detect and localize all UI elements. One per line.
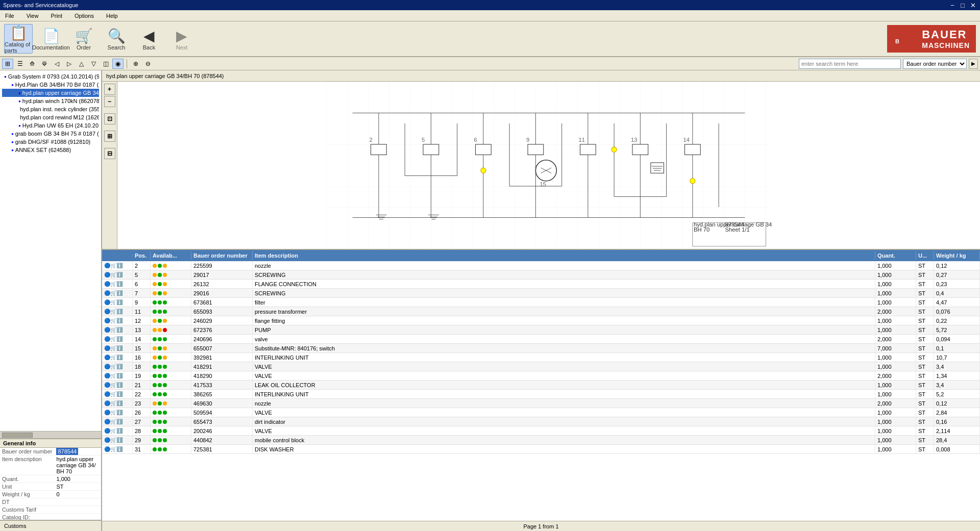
row-detail-icon[interactable]: ℹ️ (116, 355, 122, 360)
row-info-icon[interactable]: 🔵 (104, 373, 110, 378)
col-header-qty[interactable]: Quant. (875, 251, 916, 260)
table-row[interactable]: 🔵 🛒 ℹ️ 6 26132 FLANGE CONNECTION 1,000 S… (102, 280, 980, 289)
table-row[interactable]: 🔵 🛒 ℹ️ 26 509594 VALVE 1,000 ST 2,84 (102, 408, 980, 417)
horizontal-scrollbar[interactable] (0, 431, 101, 438)
tree-item-1[interactable]: ● Hyd.Plan GB 34/BH 70 B# 0187 (24.10.20… (2, 81, 99, 89)
fit-page-button[interactable]: ⊡ (104, 113, 115, 124)
table-row[interactable]: 🔵 🛒 ℹ️ 19 418290 VALVE 2,000 ST 1,34 (102, 371, 980, 381)
row-detail-icon[interactable]: ℹ️ (116, 391, 122, 397)
row-cart-icon[interactable]: 🛒 (110, 428, 116, 434)
row-info-icon[interactable]: 🔵 (104, 437, 110, 443)
table-row[interactable]: 🔵 🛒 ℹ️ 27 655473 dirt indicator 1,000 ST… (102, 417, 980, 426)
row-cart-icon[interactable]: 🛒 (110, 272, 116, 277)
table-row[interactable]: 🔵 🛒 ℹ️ 14 240696 valve 2,000 ST 0,094 (102, 335, 980, 344)
fit-width-button[interactable]: ⊞ (104, 131, 115, 142)
row-cart-icon[interactable]: 🛒 (110, 281, 116, 287)
search-input[interactable] (799, 59, 901, 69)
row-detail-icon[interactable]: ℹ️ (116, 373, 122, 378)
row-cart-icon[interactable]: 🛒 (110, 290, 116, 296)
row-info-icon[interactable]: 🔵 (104, 327, 110, 333)
toolbar-btn-6[interactable]: ▷ (63, 59, 75, 69)
row-detail-icon[interactable]: ℹ️ (116, 299, 122, 305)
row-detail-icon[interactable]: ℹ️ (116, 382, 122, 388)
toolbar-btn-8[interactable]: ▽ (88, 59, 99, 69)
col-header-pos[interactable]: Pos. (133, 251, 151, 260)
row-info-icon[interactable]: 🔵 (104, 391, 110, 397)
row-info-icon[interactable]: 🔵 (104, 419, 110, 424)
row-detail-icon[interactable]: ℹ️ (116, 327, 122, 333)
row-info-icon[interactable]: 🔵 (104, 272, 110, 277)
row-cart-icon[interactable]: 🛒 (110, 373, 116, 378)
table-row[interactable]: 🔵 🛒 ℹ️ 2 225599 nozzle 1,000 ST 0,12 (102, 261, 980, 270)
menu-options[interactable]: Options (71, 12, 97, 20)
menu-help[interactable]: Help (103, 12, 121, 20)
row-info-icon[interactable]: 🔵 (104, 410, 110, 415)
table-row[interactable]: 🔵 🛒 ℹ️ 11 655093 pressure transformer 2,… (102, 307, 980, 316)
zoom-in-button[interactable]: + (104, 84, 115, 95)
row-cart-icon[interactable]: 🛒 (110, 419, 116, 424)
row-info-icon[interactable]: 🔵 (104, 364, 110, 369)
grid-view-btn[interactable]: ⊞ (2, 59, 13, 69)
col-header-weight[interactable]: Weight / kg (934, 251, 980, 260)
row-detail-icon[interactable]: ℹ️ (116, 364, 122, 369)
col-header-bauer[interactable]: Bauer order number (191, 251, 253, 260)
table-row[interactable]: 🔵 🛒 ℹ️ 22 386265 INTERLINKING UNIT 1,000… (102, 390, 980, 399)
documentation-button[interactable]: 📄 Documentation (37, 24, 65, 54)
row-cart-icon[interactable]: 🛒 (110, 446, 116, 452)
parts-table-body[interactable]: 🔵 🛒 ℹ️ 2 225599 nozzle 1,000 ST 0,12 🔵 🛒… (102, 261, 980, 521)
table-row[interactable]: 🔵 🛒 ℹ️ 21 417533 LEAK OIL COLLECTOR 1,00… (102, 381, 980, 390)
row-detail-icon[interactable]: ℹ️ (116, 336, 122, 342)
tree-item-6[interactable]: ● Hyd.Plan UW 65 EH (24.10.2014) (69225) (2, 121, 99, 130)
minimize-btn[interactable]: − (948, 2, 957, 9)
row-cart-icon[interactable]: 🛒 (110, 299, 116, 305)
toolbar-btn-7[interactable]: △ (76, 59, 87, 69)
table-row[interactable]: 🔵 🛒 ℹ️ 13 672376 PUMP 1,000 ST 5,72 (102, 325, 980, 335)
col-header-unit[interactable]: U... (916, 251, 934, 260)
tree-item-9[interactable]: ● ANNEX SET (624588) (2, 146, 99, 154)
row-cart-icon[interactable]: 🛒 (110, 382, 116, 388)
back-button[interactable]: ◀ Back (135, 24, 163, 54)
tree-item-5[interactable]: hyd.plan cord rewind M12 (162665) (2, 113, 99, 121)
tree-item-7[interactable]: ● grab boom GB 34 BH 75 # 0187 (759481) (2, 130, 99, 138)
row-cart-icon[interactable]: 🛒 (110, 336, 116, 342)
row-cart-icon[interactable]: 🛒 (110, 355, 116, 360)
toolbar-btn-3[interactable]: ⟰ (27, 59, 38, 69)
toolbar-btn-9[interactable]: ◫ (100, 59, 111, 69)
row-info-icon[interactable]: 🔵 (104, 281, 110, 287)
table-row[interactable]: 🔵 🛒 ℹ️ 5 29017 SCREWING 1,000 ST 0,27 (102, 270, 980, 280)
toolbar-btn-5[interactable]: ◁ (51, 59, 62, 69)
order-button[interactable]: 🛒 Order (69, 24, 98, 54)
zoom-out-button[interactable]: − (104, 96, 115, 107)
row-detail-icon[interactable]: ℹ️ (116, 428, 122, 434)
menu-file[interactable]: File (2, 12, 17, 20)
toolbar-btn-11[interactable]: ⊕ (130, 59, 141, 69)
row-cart-icon[interactable]: 🛒 (110, 309, 116, 314)
row-info-icon[interactable]: 🔵 (104, 309, 110, 314)
table-row[interactable]: 🔵 🛒 ℹ️ 9 673681 filter 1,000 ST 4,47 (102, 298, 980, 307)
row-cart-icon[interactable]: 🛒 (110, 263, 116, 268)
search-button[interactable]: 🔍 Search (102, 24, 131, 54)
tree-item-0[interactable]: ● Grab System # 0793 (24.10.2014) (94232… (2, 72, 99, 81)
tree-item-2[interactable]: ● hyd.plan upper carriage GB 34/BH 70 (8 (2, 89, 99, 97)
table-row[interactable]: 🔵 🛒 ℹ️ 18 418291 VALVE 1,000 ST 3,4 (102, 362, 980, 371)
row-info-icon[interactable]: 🔵 (104, 336, 110, 342)
search-go-button[interactable]: ▶ (969, 59, 978, 69)
row-detail-icon[interactable]: ℹ️ (116, 318, 122, 323)
diagram-extra-button[interactable]: ⊟ (104, 148, 115, 159)
row-info-icon[interactable]: 🔵 (104, 355, 110, 360)
row-cart-icon[interactable]: 🛒 (110, 345, 116, 351)
maximize-btn[interactable]: □ (959, 2, 967, 9)
row-cart-icon[interactable]: 🛒 (110, 327, 116, 333)
table-row[interactable]: 🔵 🛒 ℹ️ 28 200246 VALVE 1,000 ST 2,114 (102, 426, 980, 436)
row-detail-icon[interactable]: ℹ️ (116, 290, 122, 296)
table-row[interactable]: 🔵 🛒 ℹ️ 16 392981 INTERLINKING UNIT 1,000… (102, 353, 980, 362)
toolbar-btn-4[interactable]: ⟱ (39, 59, 50, 69)
row-cart-icon[interactable]: 🛒 (110, 318, 116, 323)
row-detail-icon[interactable]: ℹ️ (116, 410, 122, 415)
row-detail-icon[interactable]: ℹ️ (116, 437, 122, 443)
row-info-icon[interactable]: 🔵 (104, 263, 110, 268)
tree-item-8[interactable]: ● grab DHG/SF #1088 (912810) (2, 138, 99, 146)
menu-print[interactable]: Print (47, 12, 65, 20)
row-detail-icon[interactable]: ℹ️ (116, 419, 122, 424)
row-detail-icon[interactable]: ℹ️ (116, 263, 122, 268)
